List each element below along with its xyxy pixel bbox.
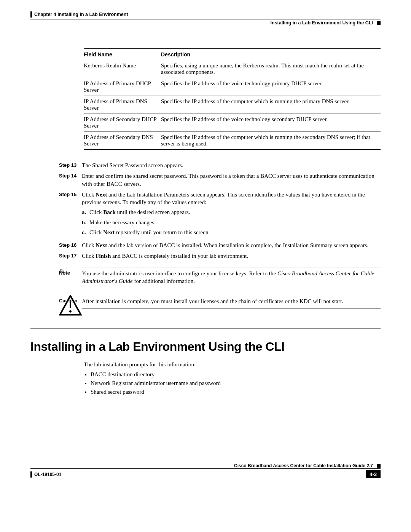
table-header-desc: Description <box>161 49 381 60</box>
table-row: IP Address of Secondary DNS Server Speci… <box>84 132 381 150</box>
list-item: Network Registrar administrator username… <box>91 380 381 387</box>
page-header: Chapter 4 Installing in a Lab Environmen… <box>30 11 381 18</box>
page-footer: Cisco Broadband Access Center for Cable … <box>30 463 381 478</box>
table-row: IP Address of Secondary DHCP Server Spec… <box>84 114 381 132</box>
header-square-icon <box>377 21 381 25</box>
section-intro: The lab installation prompts for this in… <box>84 361 381 368</box>
section-breadcrumb: Installing in a Lab Environment Using th… <box>271 20 373 26</box>
step-13: Step 13 The Shared Secret Password scree… <box>59 161 381 169</box>
step-15: Step 15 Click Next and the Lab Installat… <box>59 191 381 238</box>
step-14: Step 14 Enter and confirm the shared sec… <box>59 172 381 188</box>
table-row: Kerberos Realm Name Specifies, using a u… <box>84 60 381 78</box>
substep-a: a.Click Back until the desired screen ap… <box>82 208 381 216</box>
page-number-badge: 4-3 <box>366 470 381 478</box>
footer-square-icon <box>377 464 381 468</box>
substep-c: c.Click Next repeatedly until you return… <box>82 228 381 236</box>
table-header-field: Field Name <box>84 49 161 60</box>
header-bar-icon <box>30 11 32 18</box>
footer-doc-number: OL-19105-01 <box>34 472 61 477</box>
step-17: Step 17 Click Finish and BACC is complet… <box>59 252 381 260</box>
field-description-table: Field Name Description Kerberos Realm Na… <box>84 48 381 150</box>
table-row: IP Address of Primary DHCP Server Specif… <box>84 78 381 96</box>
footer-bar-icon <box>30 471 32 478</box>
table-row: IP Address of Primary DNS Server Specifi… <box>84 96 381 114</box>
svg-point-1 <box>69 310 72 313</box>
section-heading: Installing in a Lab Environment Using th… <box>30 340 381 354</box>
footer-guide-title: Cisco Broadband Access Center for Cable … <box>234 463 373 468</box>
info-bullet-list: BACC destination directory Network Regis… <box>84 371 381 395</box>
caution-callout: Caution After installation is complete, … <box>59 295 381 317</box>
step-16: Step 16 Click Next and the lab version o… <box>59 241 381 249</box>
list-item: BACC destination directory <box>91 371 381 378</box>
substep-b: b.Make the necessary changes. <box>82 219 381 226</box>
note-callout: ✎ Note You use the administrator's user … <box>59 267 381 285</box>
chapter-title: Chapter 4 Installing in a Lab Environmen… <box>34 12 128 17</box>
section-divider <box>30 328 381 329</box>
list-item: Shared secret password <box>91 389 381 395</box>
